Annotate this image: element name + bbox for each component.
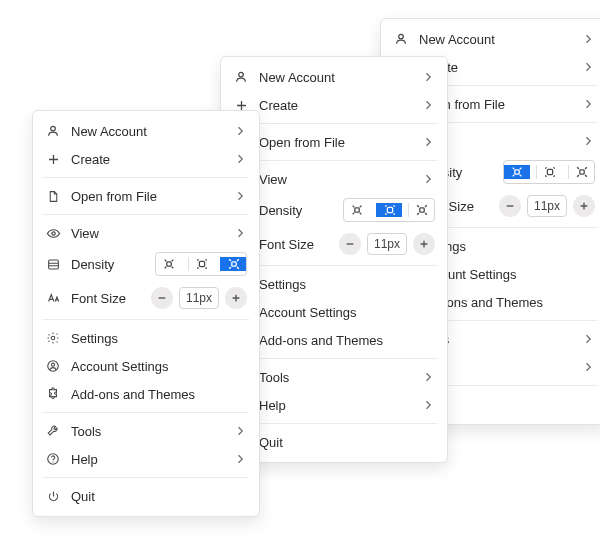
- menu-divider: [231, 160, 437, 161]
- menu-item-settings-label: Settings: [259, 277, 435, 292]
- menu-item-settings-label: Settings: [71, 331, 247, 346]
- menu-divider: [43, 412, 249, 413]
- menu-item-account-settings-label: Account Settings: [259, 305, 435, 320]
- chevron-right-icon: [233, 226, 247, 240]
- menu-item-view[interactable]: View: [33, 219, 259, 247]
- svg-point-23: [51, 231, 54, 234]
- chevron-right-icon: [421, 172, 435, 186]
- file-icon: [45, 188, 61, 204]
- chevron-right-icon: [421, 70, 435, 84]
- font-size-increase-button[interactable]: [225, 287, 247, 309]
- density-option-compact[interactable]: [156, 257, 182, 271]
- svg-rect-24: [48, 260, 58, 269]
- density-option-default[interactable]: [536, 165, 562, 179]
- menu-item-new-account-label: New Account: [419, 32, 571, 47]
- svg-point-30: [51, 363, 54, 366]
- menu-item-font-size: Font Size11px: [33, 281, 259, 315]
- density-option-default[interactable]: [188, 257, 214, 271]
- menu-item-new-account-label: New Account: [259, 70, 411, 85]
- density-label: Density: [71, 257, 145, 272]
- menu-item-account-settings-label: Account Settings: [71, 359, 247, 374]
- chevron-right-icon: [233, 189, 247, 203]
- density-option-compact[interactable]: [344, 203, 370, 217]
- menu-item-open-from-file[interactable]: Open from File: [33, 182, 259, 210]
- menu-item-account-settings[interactable]: Account Settings: [33, 352, 259, 380]
- font-size-label: Font Size: [259, 237, 329, 252]
- user-icon: [233, 69, 249, 85]
- svg-point-28: [51, 336, 55, 340]
- density-option-relaxed[interactable]: [568, 165, 594, 179]
- menu-item-create-label: Create: [259, 98, 411, 113]
- menu-divider: [43, 477, 249, 478]
- chevron-right-icon: [581, 360, 595, 374]
- font-size-decrease-button[interactable]: [339, 233, 361, 255]
- account-icon: [45, 358, 61, 374]
- svg-rect-14: [355, 208, 359, 212]
- menu-divider: [231, 123, 437, 124]
- menu-item-new-account[interactable]: New Account: [381, 25, 600, 53]
- font-size-value: 11px: [367, 233, 407, 255]
- font-size-stepper: 11px: [151, 287, 247, 309]
- svg-rect-16: [419, 208, 423, 212]
- font-size-decrease-button[interactable]: [151, 287, 173, 309]
- menu-divider: [43, 177, 249, 178]
- svg-rect-3: [515, 170, 519, 174]
- chevron-right-icon: [421, 398, 435, 412]
- menu-item-view-label: View: [71, 226, 223, 241]
- menu-item-new-account[interactable]: New Account: [221, 63, 447, 91]
- font-size-increase-button[interactable]: [573, 195, 595, 217]
- density-toggle: [343, 198, 435, 222]
- menu-item-density: Density: [33, 247, 259, 281]
- svg-rect-15: [387, 207, 392, 212]
- user-icon: [45, 123, 61, 139]
- user-icon: [393, 31, 409, 47]
- menu-item-addons-label: Add-ons and Themes: [71, 387, 247, 402]
- density-icon: [45, 256, 61, 272]
- svg-point-11: [239, 72, 244, 77]
- chevron-right-icon: [581, 60, 595, 74]
- density-label: Density: [259, 203, 333, 218]
- eye-icon: [45, 225, 61, 241]
- font-size-stepper: 11px: [339, 233, 435, 255]
- menu-item-new-account[interactable]: New Account: [33, 117, 259, 145]
- svg-rect-26: [199, 261, 204, 266]
- chevron-right-icon: [233, 152, 247, 166]
- menu-item-help-label: Help: [71, 452, 223, 467]
- menu-item-open-from-file-label: Open from File: [259, 135, 411, 150]
- fontsize-icon: [45, 290, 61, 306]
- menu-item-settings[interactable]: Settings: [33, 324, 259, 352]
- density-option-relaxed[interactable]: [220, 257, 246, 271]
- menu-item-tools-label: Tools: [259, 370, 411, 385]
- font-size-decrease-button[interactable]: [499, 195, 521, 217]
- chevron-right-icon: [581, 32, 595, 46]
- menu-item-quit-label: Quit: [259, 435, 435, 450]
- svg-rect-25: [167, 262, 171, 266]
- density-toggle: [155, 252, 247, 276]
- svg-point-22: [51, 126, 56, 131]
- chevron-right-icon: [581, 134, 595, 148]
- menu-item-help[interactable]: Help: [33, 445, 259, 473]
- menu-item-quit[interactable]: Quit: [33, 482, 259, 510]
- menu-item-tools[interactable]: Tools: [33, 417, 259, 445]
- svg-point-0: [399, 34, 404, 39]
- menu-item-addons[interactable]: Add-ons and Themes: [33, 380, 259, 408]
- power-icon: [45, 488, 61, 504]
- menu-item-create-label: Create: [71, 152, 223, 167]
- font-size-increase-button[interactable]: [413, 233, 435, 255]
- density-option-default[interactable]: [376, 203, 402, 217]
- chevron-right-icon: [421, 98, 435, 112]
- chevron-right-icon: [581, 332, 595, 346]
- menu-item-help-label: Help: [259, 398, 411, 413]
- svg-point-32: [52, 461, 53, 462]
- font-size-label: Font Size: [71, 291, 141, 306]
- menu-item-create[interactable]: Create: [33, 145, 259, 173]
- chevron-right-icon: [233, 452, 247, 466]
- menu-divider: [231, 423, 437, 424]
- puzzle-icon: [45, 386, 61, 402]
- density-option-relaxed[interactable]: [408, 203, 434, 217]
- density-option-compact[interactable]: [504, 165, 530, 179]
- menu-item-open-from-file-label: Open from File: [71, 189, 223, 204]
- menu-item-new-account-label: New Account: [71, 124, 223, 139]
- svg-rect-4: [547, 169, 552, 174]
- wrench-icon: [45, 423, 61, 439]
